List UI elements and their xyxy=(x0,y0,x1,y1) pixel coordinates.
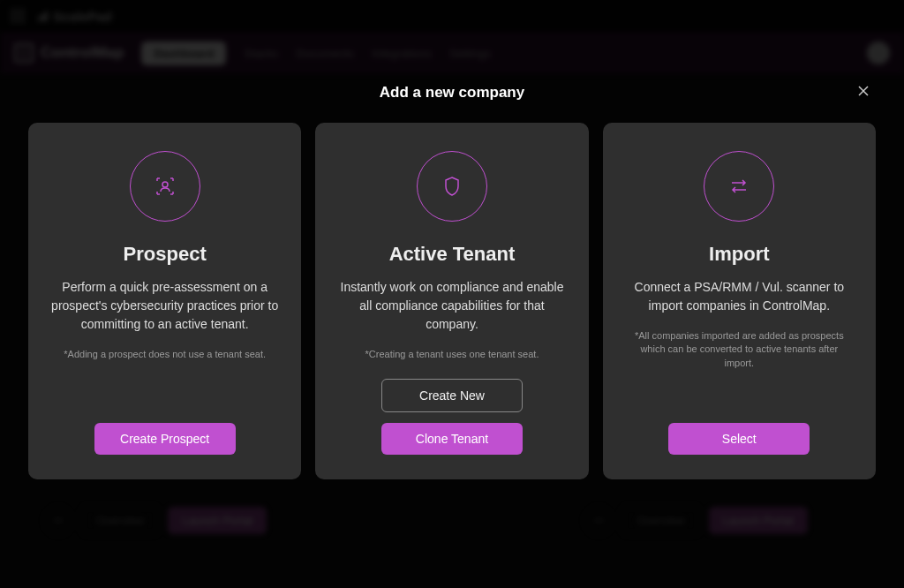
prospect-icon xyxy=(130,151,200,222)
card-description: Perform a quick pre-assessment on a pros… xyxy=(49,278,280,334)
close-button[interactable] xyxy=(851,79,876,103)
close-icon xyxy=(855,83,871,99)
card-note: *Adding a prospect does not use a tenant… xyxy=(56,348,273,361)
import-card: Import Connect a PSA/RMM / Vul. scanner … xyxy=(603,123,876,479)
card-note: *Creating a tenant uses one tenant seat. xyxy=(358,348,546,361)
prospect-card: Prospect Perform a quick pre-assessment … xyxy=(28,123,301,479)
card-note: *All companies imported are added as pro… xyxy=(624,329,855,370)
create-new-button[interactable]: Create New xyxy=(381,379,523,412)
card-title: Import xyxy=(709,243,769,266)
active-tenant-card: Active Tenant Instantly work on complian… xyxy=(315,123,588,479)
card-title: Prospect xyxy=(124,243,207,266)
create-prospect-button[interactable]: Create Prospect xyxy=(94,423,236,455)
card-description: Instantly work on compliance and enable … xyxy=(336,278,567,334)
svg-point-5 xyxy=(162,182,168,187)
modal-overlay: Add a new company Prospect Perform a qui… xyxy=(0,0,904,588)
option-cards: Prospect Perform a quick pre-assessment … xyxy=(28,123,876,479)
card-description: Connect a PSA/RMM / Vul. scanner to impo… xyxy=(624,278,855,315)
card-title: Active Tenant xyxy=(389,243,516,266)
import-icon xyxy=(704,151,774,222)
modal-title: Add a new company xyxy=(28,84,876,102)
select-button[interactable]: Select xyxy=(668,423,810,455)
add-company-modal: Add a new company Prospect Perform a qui… xyxy=(28,84,876,479)
shield-icon xyxy=(417,151,487,222)
clone-tenant-button[interactable]: Clone Tenant xyxy=(381,423,523,455)
